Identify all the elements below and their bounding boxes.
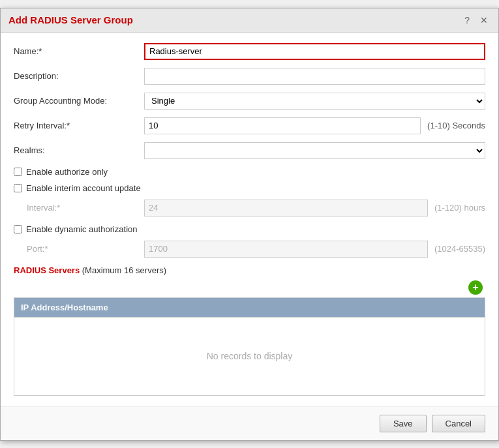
name-control — [144, 43, 485, 60]
radius-servers-subtitle: (Maximum 16 servers) — [80, 265, 166, 275]
port-row: Port:* (1024-65535) — [27, 241, 485, 258]
interval-label: Interval:* — [27, 203, 144, 213]
servers-table-header: IP Address/Hostname — [14, 298, 485, 317]
port-hint: (1024-65535) — [434, 244, 485, 254]
help-button[interactable]: ? — [462, 14, 472, 27]
description-label: Description: — [14, 71, 144, 81]
radius-servers-header: RADIUS Servers (Maximum 16 servers) — [14, 265, 485, 275]
description-row: Description: — [14, 68, 485, 85]
realms-control — [144, 142, 485, 159]
titlebar-actions: ? ✕ — [462, 14, 491, 27]
dialog-footer: Save Cancel — [1, 406, 498, 440]
name-input[interactable] — [144, 43, 485, 60]
enable-dynamic-row: Enable dynamic authorization — [14, 224, 485, 234]
group-accounting-mode-control: Single Multiple — [144, 93, 485, 110]
enable-interim-checkbox[interactable] — [14, 184, 22, 192]
servers-table: IP Address/Hostname No records to displa… — [14, 297, 485, 396]
dialog-titlebar: Add RADIUS Server Group ? ✕ — [1, 8, 498, 33]
radius-servers-title: RADIUS Servers — [14, 265, 80, 275]
name-row: Name:* — [14, 43, 485, 60]
retry-interval-input[interactable] — [144, 117, 421, 134]
realms-label: Realms: — [14, 145, 144, 155]
retry-interval-hint: (1-10) Seconds — [427, 121, 485, 130]
interval-row: Interval:* (1-120) hours — [27, 200, 485, 217]
realms-select[interactable] — [144, 142, 485, 159]
group-accounting-mode-select[interactable]: Single Multiple — [144, 93, 485, 110]
description-control — [144, 68, 485, 85]
port-input[interactable] — [144, 241, 428, 258]
enable-authorize-checkbox[interactable] — [14, 168, 22, 176]
enable-dynamic-label: Enable dynamic authorization — [26, 224, 138, 234]
add-icon-row: + — [14, 280, 485, 295]
save-button[interactable]: Save — [380, 415, 427, 432]
realms-row: Realms: — [14, 142, 485, 159]
port-label: Port:* — [27, 244, 144, 254]
interval-control — [144, 200, 428, 217]
name-label: Name:* — [14, 46, 144, 56]
retry-interval-label: Retry Interval:* — [14, 121, 144, 130]
cancel-button[interactable]: Cancel — [432, 415, 485, 432]
enable-interim-label: Enable interim account update — [26, 183, 141, 193]
description-input[interactable] — [144, 68, 485, 85]
group-accounting-mode-row: Group Accounting Mode: Single Multiple — [14, 93, 485, 110]
enable-interim-row: Enable interim account update — [14, 183, 485, 193]
group-accounting-mode-label: Group Accounting Mode: — [14, 96, 144, 106]
retry-interval-control — [144, 117, 421, 134]
dialog-body: Name:* Description: Group Accounting Mod… — [1, 33, 498, 406]
retry-interval-row: Retry Interval:* (1-10) Seconds — [14, 117, 485, 134]
enable-authorize-row: Enable authorize only — [14, 167, 485, 177]
no-records-text: No records to display — [207, 351, 293, 361]
interval-input[interactable] — [144, 200, 428, 217]
port-control — [144, 241, 428, 258]
enable-authorize-label: Enable authorize only — [26, 167, 108, 177]
dialog-title: Add RADIUS Server Group — [8, 14, 133, 25]
enable-dynamic-checkbox[interactable] — [14, 225, 22, 233]
add-radius-server-group-dialog: Add RADIUS Server Group ? ✕ Name:* Descr… — [0, 8, 499, 441]
interval-hint: (1-120) hours — [434, 203, 485, 213]
close-button[interactable]: ✕ — [477, 14, 491, 27]
add-server-button[interactable]: + — [468, 280, 483, 295]
servers-table-body: No records to display — [14, 317, 485, 395]
